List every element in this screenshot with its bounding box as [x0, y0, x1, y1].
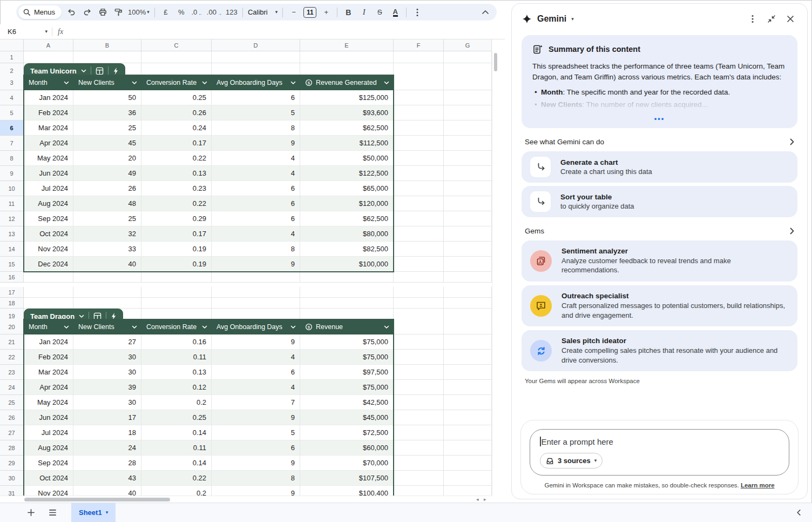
table-cell[interactable]: 0.14 [141, 425, 212, 440]
table-cell[interactable]: 9 [212, 486, 300, 496]
table-cell[interactable]: $82,500 [300, 242, 394, 257]
table-cell[interactable]: $97,500 [300, 365, 394, 380]
gem-card-sales-pitch-ideator[interactable]: Sales pitch ideatorCreate compelling sal… [522, 330, 797, 371]
cell-C18[interactable] [141, 298, 212, 309]
table-header-avg-onboarding-days[interactable]: Avg Onboarding Days [212, 319, 300, 334]
table-cell[interactable]: 0.11 [141, 440, 212, 456]
cell-F27[interactable] [394, 425, 444, 440]
table-cell[interactable]: 7 [212, 395, 300, 410]
cell-F21[interactable] [394, 334, 444, 350]
cell-G18[interactable] [444, 298, 492, 309]
table-cell[interactable]: $75,000 [300, 334, 394, 350]
cell-F12[interactable] [394, 211, 444, 226]
cell-G30[interactable] [444, 471, 492, 486]
cell-G12[interactable] [444, 211, 492, 226]
table-cell[interactable]: Aug 2024 [24, 440, 73, 456]
cell-G11[interactable] [444, 196, 492, 211]
table-cell[interactable]: Jul 2024 [24, 181, 73, 196]
cell-G21[interactable] [444, 334, 492, 350]
cell-F29[interactable] [394, 456, 444, 471]
table-cell[interactable]: $100,000 [300, 257, 394, 272]
table-cell[interactable]: 0.2 [141, 486, 212, 496]
table-cell[interactable]: 8 [212, 242, 300, 257]
table-cell[interactable]: Nov 2024 [24, 486, 73, 496]
cell-G16[interactable] [444, 272, 492, 283]
cell-B16[interactable] [73, 272, 141, 283]
table-cell[interactable]: $112,500 [300, 136, 394, 151]
table-cell[interactable]: 0.24 [141, 121, 212, 136]
learn-more-link[interactable]: Learn more [741, 482, 775, 488]
scroll-left-icon[interactable]: ◂ [476, 497, 479, 502]
cell-G6[interactable] [444, 121, 492, 136]
table-cell[interactable]: $125,000 [300, 90, 394, 105]
table-options-icon[interactable] [96, 67, 104, 75]
cell-B17[interactable] [73, 287, 141, 298]
table-cell[interactable]: 6 [212, 440, 300, 456]
table-cell[interactable]: $60,000 [300, 440, 394, 456]
row-header-13[interactable]: 13 [0, 226, 24, 242]
table-cell[interactable]: 0.23 [141, 181, 212, 196]
table-cell[interactable]: 0.14 [141, 456, 212, 471]
cell-G1[interactable] [444, 51, 492, 63]
cell-F8[interactable] [394, 151, 444, 166]
table-header-month[interactable]: Month [24, 319, 73, 334]
row-header-6[interactable]: 6 [0, 121, 24, 136]
table-header-month[interactable]: Month [24, 75, 73, 90]
name-box[interactable]: K6 ▾ [0, 28, 48, 36]
row-header-24[interactable]: 24 [0, 380, 24, 395]
chevron-down-icon[interactable] [202, 81, 207, 85]
cell-F26[interactable] [394, 410, 444, 425]
cell-F22[interactable] [394, 350, 444, 365]
row-header-22[interactable]: 22 [0, 350, 24, 365]
cell-G10[interactable] [444, 181, 492, 196]
italic-button[interactable]: I [358, 6, 370, 19]
gem-card-sentiment-analyzer[interactable]: Sentiment analyzerAnalyze customer feedb… [522, 240, 797, 282]
table-cell[interactable]: $72,500 [300, 425, 394, 440]
row-header-17[interactable]: 17 [0, 287, 24, 298]
row-header-26[interactable]: 26 [0, 410, 24, 425]
chevron-down-icon[interactable]: ▾ [571, 17, 574, 22]
cell-F23[interactable] [394, 365, 444, 380]
table-cell[interactable]: 4 [212, 226, 300, 242]
table-cell[interactable]: $42,500 [300, 395, 394, 410]
row-header-25[interactable]: 25 [0, 395, 24, 410]
cell-F4[interactable] [394, 90, 444, 105]
cell-D18[interactable] [212, 298, 300, 309]
table-cell[interactable]: 8 [212, 121, 300, 136]
increase-decimal-button[interactable]: .00→ [207, 6, 222, 19]
table-cell[interactable]: 0.19 [141, 242, 212, 257]
table-cell[interactable]: 0.12 [141, 380, 212, 395]
table-cell[interactable]: Oct 2024 [24, 226, 73, 242]
table-cell[interactable]: 0.13 [141, 365, 212, 380]
vertical-scrollbar-thumb[interactable] [494, 53, 497, 71]
table-cell[interactable]: 6 [212, 211, 300, 226]
row-header-27[interactable]: 27 [0, 425, 24, 440]
table-cell[interactable]: Sep 2024 [24, 211, 73, 226]
table-cell[interactable]: 0.16 [141, 334, 212, 350]
add-sheet-button[interactable] [24, 506, 38, 520]
cell-A17[interactable] [24, 287, 73, 298]
row-header-10[interactable]: 10 [0, 181, 24, 196]
table-cell[interactable]: 8 [212, 471, 300, 486]
table-cell[interactable]: 0.13 [141, 166, 212, 181]
cell-F20[interactable] [394, 319, 444, 334]
table-cell[interactable]: 30 [73, 395, 141, 410]
table-cell[interactable]: 26 [73, 181, 141, 196]
font-size-input[interactable]: 11 [303, 7, 316, 18]
table-cell[interactable]: Nov 2024 [24, 242, 73, 257]
cell-F6[interactable] [394, 121, 444, 136]
table-cell[interactable]: 17 [73, 410, 141, 425]
cell-G20[interactable] [444, 319, 492, 334]
menus-search-button[interactable]: Menus [18, 5, 62, 19]
table-cell[interactable]: 43 [73, 471, 141, 486]
scroll-right-icon[interactable]: ▸ [484, 497, 486, 502]
cell-G7[interactable] [444, 136, 492, 151]
chevron-down-icon[interactable] [81, 69, 86, 73]
cell-G3[interactable] [444, 75, 492, 90]
decrease-font-size-button[interactable]: − [288, 6, 300, 19]
table-cell[interactable]: Mar 2024 [24, 365, 73, 380]
table-cell[interactable]: 5 [212, 425, 300, 440]
row-header-1[interactable]: 1 [0, 51, 24, 63]
cell-G13[interactable] [444, 226, 492, 242]
all-sheets-menu-button[interactable] [45, 506, 59, 520]
